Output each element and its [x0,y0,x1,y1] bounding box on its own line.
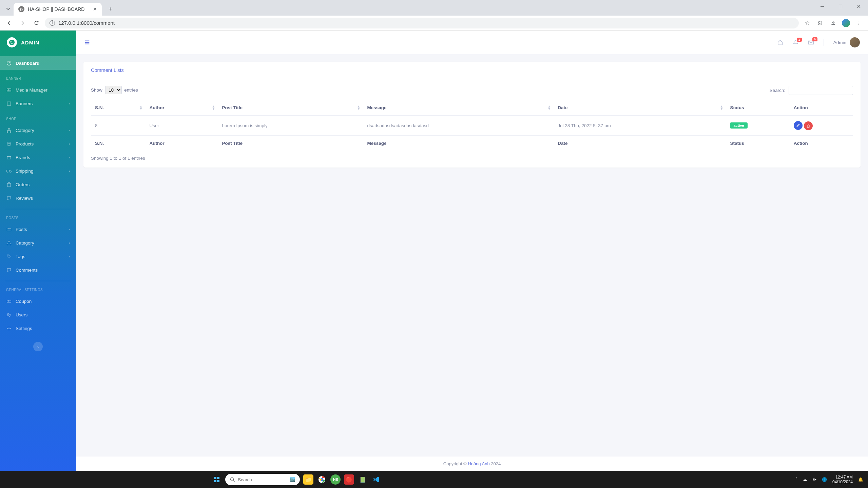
delete-button[interactable] [804,121,813,130]
cell-author: User [145,116,218,135]
column-header-sn[interactable]: S.N.▲▼ [91,100,145,116]
image-icon [6,87,12,93]
brand[interactable]: ADMIN [0,31,76,54]
sidebar-item-label: Shipping [16,169,34,174]
notifications-icon[interactable]: 1 [793,40,798,45]
sidebar-item-category[interactable]: Category› [0,123,76,137]
tray-cloud-icon[interactable]: ☁ [803,477,807,482]
svg-rect-8 [8,128,9,129]
nav-back-button[interactable] [4,18,14,28]
taskbar-clock[interactable]: 12:47 AM 04/10/2024 [832,475,853,484]
sidebar-item-dashboard[interactable]: Dashboard [0,56,76,70]
page-footer: Copyright © Hoàng Anh 2024 [76,456,868,471]
sidebar-item-label: Banners [16,101,33,106]
home-icon[interactable] [777,39,783,45]
column-footer: Action [790,135,853,151]
tab-list-dropdown[interactable] [4,5,12,13]
start-button[interactable] [212,474,222,485]
bookmark-star-icon[interactable]: ☆ [802,18,812,28]
sidebar-item-settings[interactable]: Settings [0,321,76,335]
topbar: 1 0 Admin [76,31,868,54]
messages-icon[interactable]: 0 [808,39,814,45]
user-menu[interactable]: Admin [833,37,860,47]
sidebar-item-label: Dashboard [16,61,40,66]
window-close-button[interactable] [850,0,868,13]
svg-point-14 [10,172,11,173]
file-explorer-icon[interactable]: 📁 [303,474,313,485]
footer-link[interactable]: Hoàng Anh [468,461,489,466]
taskbar-app-2[interactable]: 🔴 [344,474,354,485]
topbar-separator [824,39,824,46]
svg-rect-15 [8,241,9,242]
sidebar-item-media-manager[interactable]: Media Manager [0,83,76,97]
sidebar-item-tags[interactable]: Tags› [0,250,76,263]
chrome-menu-icon[interactable]: ⋮ [854,18,864,28]
coupon-icon [6,298,12,304]
tray-lang-icon[interactable]: 🌐 [822,477,827,482]
cell-action [790,116,853,135]
comments-table: S.N.▲▼Author▲▼Post Title▲▼Message▲▼Date▲… [91,100,853,151]
sidebar-item-category[interactable]: Category› [0,236,76,250]
nav-divider [5,209,71,209]
nav-section-heading: SHOP [0,114,76,123]
column-header-author[interactable]: Author▲▼ [145,100,218,116]
sidebar: ADMIN DashboardBANNERMedia ManagerBanner… [0,31,76,471]
sort-icon: ▲▼ [547,105,551,110]
sidebar-collapse-button[interactable]: ‹ [33,342,43,351]
tray-chevron-icon[interactable]: ˄ [795,477,797,482]
taskbar-app-1[interactable]: HS [330,474,341,485]
browser-tab-active[interactable]: ◐ HA-SHOP || DASHBOARD ✕ [14,3,102,16]
vscode-icon[interactable] [371,474,381,485]
column-footer: Post Title [218,135,363,151]
edit-button[interactable] [794,121,803,130]
tab-close-icon[interactable]: ✕ [93,6,97,12]
search-input[interactable] [789,86,853,95]
sidebar-item-shipping[interactable]: Shipping› [0,164,76,178]
column-header-status[interactable]: Status [726,100,789,116]
column-header-date[interactable]: Date▲▼ [554,100,726,116]
chrome-icon[interactable] [317,474,327,485]
column-header-message[interactable]: Message▲▼ [363,100,554,116]
svg-rect-10 [10,131,11,132]
window-maximize-button[interactable] [831,0,850,13]
sidebar-item-brands[interactable]: Brands› [0,151,76,164]
nav-divider [5,281,71,281]
site-info-icon[interactable]: i [50,20,55,26]
profile-avatar-icon[interactable] [841,18,851,28]
taskbar-app-3[interactable]: 📗 [358,474,368,485]
taskbar-search[interactable]: Search 🏙️ [225,474,300,485]
nav-forward-button[interactable] [18,18,28,28]
sidebar-item-banners[interactable]: Banners› [0,97,76,110]
url-input[interactable]: i 127.0.0.1:8000/comment [45,18,799,28]
page-size-select[interactable]: 10 [105,86,122,94]
tray-notifications-icon[interactable]: 🔔 [858,477,863,482]
nav-section-heading: GENERAL SETTINGS [0,285,76,294]
extensions-icon[interactable] [815,18,825,28]
notifications-badge: 1 [797,38,802,42]
downloads-icon[interactable] [828,18,838,28]
cell-status: active [726,116,789,135]
cell-sn: 8 [91,116,145,135]
sitemap-icon [6,128,12,133]
tray-wifi-icon[interactable]: 🕪 [812,477,816,482]
sidebar-item-products[interactable]: Products› [0,137,76,151]
chevron-right-icon: › [69,142,70,146]
sidebar-item-posts[interactable]: Posts› [0,222,76,236]
search-icon [230,477,235,482]
column-header-action[interactable]: Action [790,100,853,116]
sidebar-toggle-button[interactable] [84,39,90,45]
sidebar-item-reviews[interactable]: Reviews [0,191,76,205]
table-info: Showing 1 to 1 of 1 entries [91,156,853,161]
browser-tabs-bar: ◐ HA-SHOP || DASHBOARD ✕ + [0,0,868,16]
sidebar-item-comments[interactable]: Comments [0,263,76,277]
sidebar-item-label: Settings [16,326,32,331]
new-tab-button[interactable]: + [105,4,115,14]
nav-reload-button[interactable] [31,18,41,28]
sidebar-item-users[interactable]: Users [0,308,76,321]
sidebar-item-coupon[interactable]: Coupon [0,294,76,308]
column-header-posttitle[interactable]: Post Title▲▼ [218,100,363,116]
window-minimize-button[interactable] [813,0,831,13]
taskbar-date: 04/10/2024 [832,480,853,484]
svg-point-3 [11,41,12,42]
sidebar-item-orders[interactable]: Orders [0,178,76,191]
